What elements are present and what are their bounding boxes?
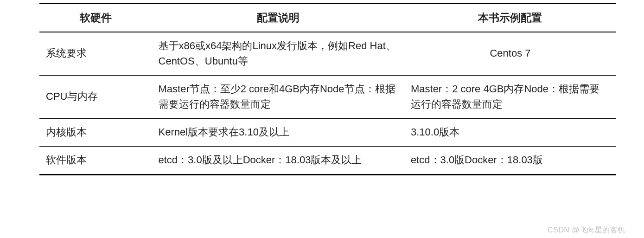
cell-example-config: Centos 7 [404, 32, 616, 76]
table-row: 软件版本etcd：3.0版及以上Docker：18.03版本及以上etcd：3.… [39, 146, 616, 174]
header-example-config: 本书示例配置 [404, 4, 616, 32]
header-config-desc: 配置说明 [152, 4, 404, 32]
table-body: 系统要求基于x86或x64架构的Linux发行版本，例如Red Hat、Cent… [39, 32, 616, 175]
cell-config-desc: Kernel版本要求在3.10及以上 [152, 118, 404, 146]
cell-example-config: Master：2 core 4GB内存Node：根据需要运行的容器数量而定 [404, 75, 616, 118]
table-row: 内核版本Kernel版本要求在3.10及以上3.10.0版本 [39, 118, 616, 146]
cell-example-config: etcd：3.0版Docker：18.03版 [404, 146, 616, 174]
cell-config-desc: 基于x86或x64架构的Linux发行版本，例如Red Hat、CentOS、U… [152, 32, 404, 76]
cell-config-desc: etcd：3.0版及以上Docker：18.03版本及以上 [152, 146, 404, 174]
table-header-row: 软硬件 配置说明 本书示例配置 [39, 4, 616, 32]
table-row: CPU与内存Master节点：至少2 core和4GB内存Node节点：根据需要… [39, 75, 616, 118]
cell-hw-sw: CPU与内存 [39, 75, 152, 118]
cell-example-config: 3.10.0版本 [404, 118, 616, 146]
cell-hw-sw: 内核版本 [39, 118, 152, 146]
header-hw-sw: 软硬件 [39, 4, 152, 32]
cell-hw-sw: 软件版本 [39, 146, 152, 174]
cell-config-desc: Master节点：至少2 core和4GB内存Node节点：根据需要运行的容器数… [152, 75, 404, 118]
watermark: CSDN @飞向星的客机 [548, 225, 625, 235]
table-row: 系统要求基于x86或x64架构的Linux发行版本，例如Red Hat、Cent… [39, 32, 616, 76]
cell-hw-sw: 系统要求 [39, 32, 152, 76]
requirements-table: 软硬件 配置说明 本书示例配置 系统要求基于x86或x64架构的Linux发行版… [39, 3, 616, 175]
